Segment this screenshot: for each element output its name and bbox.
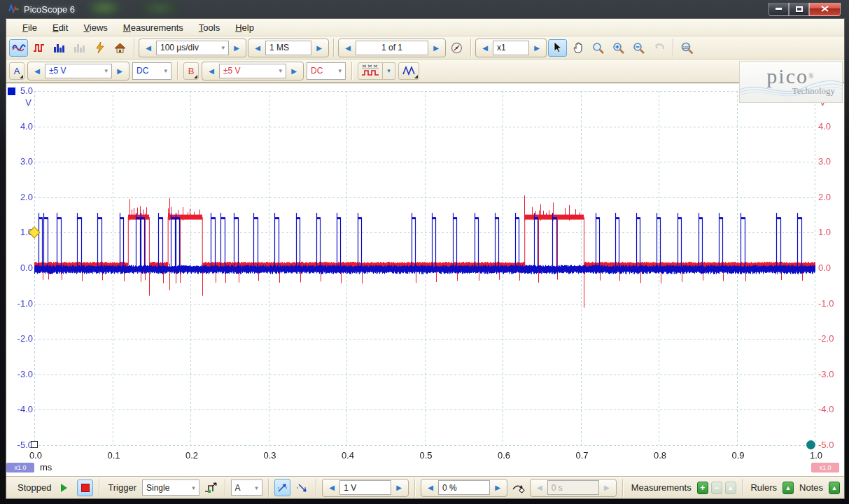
trigger-time-marker-button[interactable]: [510, 479, 527, 496]
menu-file[interactable]: File: [15, 20, 45, 35]
undo-icon: [654, 43, 665, 52]
separator: [673, 38, 673, 57]
notes-label: Notes: [797, 482, 826, 493]
falling-edge-button[interactable]: [293, 479, 310, 496]
menu-help[interactable]: Help: [227, 20, 262, 35]
hand-tool-button[interactable]: [568, 39, 587, 57]
separator: [622, 479, 623, 497]
normal-selection-tool-button[interactable]: [548, 39, 567, 57]
right-axis-scale-badge[interactable]: x1.0: [811, 463, 839, 472]
digital-inputs-button[interactable]: [358, 62, 383, 80]
chevron-down-icon: ▾: [387, 67, 391, 74]
channel-b-range-decrease-button[interactable]: ◀: [204, 63, 219, 79]
trigger-marker-icon: [512, 482, 525, 493]
chevron-down-icon: ▾: [160, 67, 167, 74]
bottom-left-handle[interactable]: [31, 441, 38, 448]
buffer-previous-button[interactable]: ◀: [340, 40, 356, 56]
run-stop-state-button[interactable]: Stopped: [10, 480, 74, 495]
add-measurement-button[interactable]: +: [697, 482, 708, 494]
channel-b-coupling-select[interactable]: DC ▾: [307, 62, 346, 80]
pre-trigger-decrease-button[interactable]: ◀: [423, 479, 438, 496]
samples-decrease-button[interactable]: ◀: [250, 40, 265, 56]
timebase-decrease-button[interactable]: ◀: [141, 40, 156, 56]
menu-views[interactable]: Views: [76, 20, 115, 35]
edit-measurement-button: ▲: [725, 482, 736, 494]
trigger-level-control: ◀ 1 V ▶: [322, 479, 409, 497]
hand-icon: [573, 42, 584, 53]
up-triangle-icon: ▲: [785, 482, 792, 493]
spectrum-view-button[interactable]: [50, 39, 69, 57]
scope-view-button[interactable]: [9, 39, 28, 57]
menu-edit[interactable]: Edit: [45, 20, 76, 35]
stop-button[interactable]: [77, 479, 93, 496]
minimize-button[interactable]: [769, 3, 789, 16]
notes-button[interactable]: ▲: [829, 482, 840, 494]
channel-a-menu-button[interactable]: A: [9, 62, 24, 80]
trigger-mode-select[interactable]: Single ▾: [142, 479, 199, 496]
zoom-in-tool-button[interactable]: [609, 39, 628, 57]
trigger-level-increase-button[interactable]: ▶: [391, 479, 407, 496]
trigger-source-select[interactable]: A ▾: [231, 479, 262, 496]
picoscope-window: PicoScope 6 File Edit Views Measurements…: [0, 0, 849, 504]
zoom-icon: [592, 42, 604, 54]
spectrum-persistence-button: [70, 39, 89, 57]
maximize-button[interactable]: [789, 3, 809, 16]
channel-b-menu-button[interactable]: B: [183, 62, 199, 80]
buffer-next-button[interactable]: ▶: [428, 40, 444, 56]
separator: [316, 479, 316, 497]
titlebar-glass-reflection: [88, 1, 120, 14]
separator: [225, 479, 225, 497]
chevron-down-icon: ▾: [255, 484, 258, 491]
close-button[interactable]: [809, 3, 841, 16]
channel-b-range-increase-button[interactable]: ▶: [286, 63, 302, 79]
trigger-level-input[interactable]: 1 V: [339, 480, 391, 495]
zoom-full-button[interactable]: 100: [678, 39, 696, 57]
menu-tools[interactable]: Tools: [191, 20, 227, 35]
channel-a-axis-marker[interactable]: [8, 88, 15, 95]
scope-plot-canvas[interactable]: [6, 83, 844, 475]
timebase-increase-button[interactable]: ▶: [229, 40, 244, 56]
persistence-view-button[interactable]: [29, 39, 48, 57]
buffer-overview-button[interactable]: [447, 39, 466, 57]
trigger-delay-input: 0 s: [547, 480, 599, 495]
marquee-zoom-tool-button[interactable]: [589, 39, 608, 57]
rising-edge-button[interactable]: [274, 479, 291, 496]
chevron-down-icon: ▾: [100, 67, 108, 74]
digital-inputs-dropdown-button[interactable]: ▾: [383, 62, 395, 80]
menu-measurements[interactable]: Measurements: [115, 20, 191, 35]
trigger-point-marker[interactable]: [806, 440, 815, 449]
up-triangle-icon: ▲: [727, 484, 734, 491]
auto-setup-button[interactable]: [90, 39, 109, 57]
signal-generator-button[interactable]: [398, 62, 419, 80]
timebase-select[interactable]: 100 µs/div ▾: [156, 41, 229, 55]
separator: [470, 38, 471, 57]
zoom-increase-button[interactable]: ▶: [529, 40, 545, 56]
trigger-delay-increase-button: ▶: [599, 479, 615, 496]
chevron-down-icon: ▾: [274, 67, 282, 74]
pre-trigger-increase-button[interactable]: ▶: [490, 479, 505, 496]
chevron-down-icon: ▾: [334, 67, 342, 74]
trigger-level-decrease-button[interactable]: ◀: [324, 479, 339, 496]
buffer-indicator: 1 of 1: [356, 41, 428, 55]
play-icon: [61, 484, 67, 492]
channel-a-range-increase-button[interactable]: ▶: [112, 63, 127, 79]
channel-a-range-decrease-button[interactable]: ◀: [29, 63, 45, 79]
zoom-input[interactable]: x1: [493, 41, 529, 55]
zoom-decrease-button[interactable]: ◀: [477, 40, 493, 56]
zoom-out-tool-button[interactable]: [629, 39, 648, 57]
pre-trigger-input[interactable]: 0 %: [438, 480, 490, 495]
titlebar[interactable]: PicoScope 6: [6, 0, 845, 18]
rulers-button[interactable]: ▲: [783, 482, 794, 494]
up-triangle-icon: ▲: [832, 482, 838, 493]
run-state-label: Stopped: [17, 482, 51, 493]
channel-a-coupling-select[interactable]: DC ▾: [132, 62, 171, 80]
channel-b-range-select[interactable]: ±5 V ▾: [219, 64, 286, 78]
samples-input[interactable]: 1 MS: [265, 41, 311, 55]
close-icon: [821, 6, 829, 12]
home-settings-button[interactable]: [111, 39, 129, 57]
samples-increase-button[interactable]: ▶: [311, 40, 327, 56]
advanced-trigger-button[interactable]: [202, 479, 219, 496]
left-axis-scale-badge[interactable]: x1.0: [6, 463, 34, 472]
spectrum-persistence-icon: [73, 43, 86, 52]
channel-a-range-select[interactable]: ±5 V ▾: [45, 64, 112, 78]
